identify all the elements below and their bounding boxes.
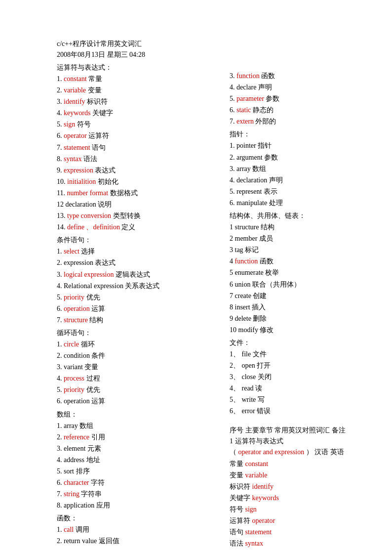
right-section3-items: 1 structure 结构2 member 成员3 tag 标记4 funct… xyxy=(230,221,392,336)
section5-title: 函数： xyxy=(57,514,225,523)
list-item: 1. constant 常量 xyxy=(57,73,225,85)
list-item: 4 function 函数 xyxy=(230,256,392,267)
list-item: 4. declaration 声明 xyxy=(230,174,392,186)
list-item: 5. priority 优先 xyxy=(57,292,225,303)
list-item: 1 structure 结构 xyxy=(230,221,392,233)
page-title: c/c++程序设计常用英文词汇 xyxy=(57,40,225,48)
table-row: 符号 sign xyxy=(230,504,392,515)
list-item: 9. expression 表达式 xyxy=(57,165,225,176)
list-item: 4. keywords 关键字 xyxy=(57,107,225,119)
list-item: 7 create 创建 xyxy=(230,290,392,301)
list-item: 3. variant 变量 xyxy=(57,361,225,373)
list-item: 10 modify 修改 xyxy=(230,324,392,336)
list-item: 9 delete 删除 xyxy=(230,313,392,324)
table-row: 语句 statement xyxy=(230,526,392,538)
list-item: 1. pointer 指针 xyxy=(230,140,392,151)
list-item: 5. represent 表示 xyxy=(230,186,392,197)
section1-title: 运算符与表达式： xyxy=(57,63,225,72)
section4-items: 1. array 数组2. reference 引用3. element 元素4… xyxy=(57,420,225,512)
list-item: 6. operator 运算符 xyxy=(57,130,225,141)
section3-items: 1. circle 循环2. condition 条件3. variant 变量… xyxy=(57,339,225,407)
section2-items: 1. select 选择2. expression 表达式3. logical … xyxy=(57,246,225,326)
list-item: 12 declaration 说明 xyxy=(57,199,225,210)
section1-items: 1. constant 常量2. variable 变量3. identify … xyxy=(57,73,225,233)
section2-title: 条件语句： xyxy=(57,236,225,245)
table-items: 常量 constant变量 variable标识符 identify关键字 ke… xyxy=(230,458,392,550)
list-item: 6 union 联合（共用体） xyxy=(230,279,392,290)
list-item: 2. argument 参数 xyxy=(230,152,392,163)
table-row1: 1 运算符与表达式 xyxy=(230,436,392,447)
list-item: 2. variable 变量 xyxy=(57,85,225,96)
list-item: 4. process 过程 xyxy=(57,373,225,384)
list-item: 2、 open 打开 xyxy=(230,360,392,371)
list-item: 5. priority 优先 xyxy=(57,384,225,395)
list-item: 2. reference 引用 xyxy=(57,431,225,443)
list-item: 1. array 数组 xyxy=(57,420,225,431)
list-item: 3 tag 标记 xyxy=(230,244,392,256)
list-item: 8. application 应用 xyxy=(57,500,225,511)
table-header: 序号 主要章节 常用英汉对照词汇 备注 xyxy=(230,425,392,436)
right-section4-title: 文件： xyxy=(230,339,392,347)
list-item: 11. number format 数据格式 xyxy=(57,187,225,199)
list-item: 5. sign 符号 xyxy=(57,119,225,130)
list-item: 6. operation 运算 xyxy=(57,395,225,407)
section4-title: 数组： xyxy=(57,410,225,419)
table-row: 关键字 keywords xyxy=(230,492,392,504)
list-item: 2. condition 条件 xyxy=(57,350,225,361)
list-item: 4. address 地址 xyxy=(57,454,225,466)
list-item: 4. declare 声明 xyxy=(230,82,392,93)
list-item: 3. array 数组 xyxy=(230,163,392,174)
list-item: 1. select 选择 xyxy=(57,246,225,257)
right-section2-items: 1. pointer 指针2. argument 参数3. array 数组4.… xyxy=(230,140,392,209)
list-item: 8. syntax 语法 xyxy=(57,153,225,165)
right-section3-title: 结构体、共用体、链表： xyxy=(230,212,392,220)
list-item: 5. parameter 参数 xyxy=(230,93,392,104)
list-item: 6. character 字符 xyxy=(57,477,225,488)
right-section2-title: 指针： xyxy=(230,130,392,139)
list-item: 4. Relational expression 关系表达式 xyxy=(57,280,225,292)
list-item: 7. structure 结构 xyxy=(57,314,225,326)
list-item: 8 insert 插入 xyxy=(230,301,392,313)
list-item: 6、 error 错误 xyxy=(230,405,392,417)
list-item: 6. operation 运算 xyxy=(57,303,225,314)
list-item: 13. type conversion 类型转换 xyxy=(57,210,225,221)
table-row: 变量 variable xyxy=(230,470,392,481)
right-section1-items: 3. function 函数4. declare 声明5. parameter … xyxy=(230,70,392,127)
list-item: 6. manipulate 处理 xyxy=(230,197,392,209)
list-item: 5. sort 排序 xyxy=(57,466,225,477)
section3-title: 循环语句： xyxy=(57,329,225,338)
list-item: 7. extern 外部的 xyxy=(230,116,392,127)
list-item: 1. call 调用 xyxy=(57,524,225,535)
list-item: 1. circle 循环 xyxy=(57,339,225,350)
list-item: 14. define 、definition 定义 xyxy=(57,221,225,233)
list-item: 7. statement 语句 xyxy=(57,142,225,153)
table-row1-sub: （ operator and expression ） 汉语 英语 xyxy=(230,447,392,458)
list-item: 5、 write 写 xyxy=(230,394,392,405)
list-item: 4、 read 读 xyxy=(230,383,392,394)
list-item: 1、 file 文件 xyxy=(230,348,392,360)
list-item: 7. string 字符串 xyxy=(57,488,225,500)
list-item: 3. element 元素 xyxy=(57,443,225,454)
table-row: 运算符 operator xyxy=(230,515,392,526)
list-item: 3. function 函数 xyxy=(230,70,392,82)
list-item: 10. initialition 初始化 xyxy=(57,176,225,187)
table-row: 常量 constant xyxy=(230,458,392,470)
list-item: 3、 close 关闭 xyxy=(230,371,392,383)
list-item: 2. expression 表达式 xyxy=(57,257,225,268)
list-item: 2 member 成员 xyxy=(230,233,392,244)
list-item: 5 enumerate 枚举 xyxy=(230,267,392,278)
table-row: 语法 syntax xyxy=(230,538,392,549)
list-item: 6. static 静态的 xyxy=(230,104,392,116)
table-row: 标识符 identify xyxy=(230,481,392,492)
list-item: 3. logical expression 逻辑表达式 xyxy=(57,269,225,280)
section5-items: 1. call 调用2. return value 返回值 xyxy=(57,524,225,547)
right-section4-items: 1、 file 文件2、 open 打开3、 close 关闭4、 read 读… xyxy=(230,348,392,417)
page-date: 2008年08月13日 星期三 04:28 xyxy=(57,50,225,59)
list-item: 2. return value 返回值 xyxy=(57,535,225,547)
list-item: 3. identify 标识符 xyxy=(57,96,225,107)
